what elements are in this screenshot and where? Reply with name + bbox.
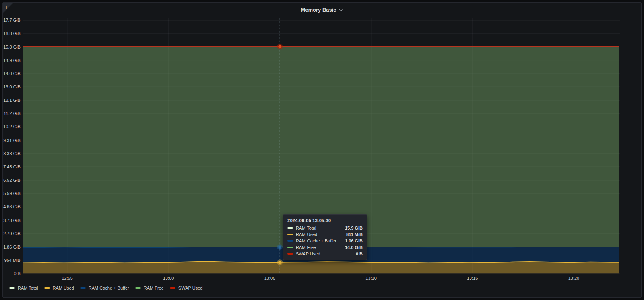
memory-basic-panel: i Memory Basic 17.7 GiB16.8 GiB15.8 GiB1… xyxy=(2,2,642,298)
y-axis-tick-label: 5.59 GiB xyxy=(3,191,21,196)
legend-color-swatch xyxy=(170,287,175,289)
legend: RAM TotalRAM UsedRAM Cache + BufferRAM F… xyxy=(9,284,202,292)
tooltip: 2024-06-05 13:05:30 RAM Total15.9 GiBRAM… xyxy=(283,214,367,260)
legend-item-ram-total[interactable]: RAM Total xyxy=(9,286,38,290)
y-axis-tick-label: 13.0 GiB xyxy=(3,84,21,89)
y-axis-tick-label: 14.9 GiB xyxy=(3,58,21,63)
y-axis-tick-label: 9.31 GiB xyxy=(3,138,21,143)
tooltip-row-ram-used: RAM Used811 MiB xyxy=(287,232,363,237)
ram-used-area xyxy=(23,261,619,273)
tooltip-row-ram-free: RAM Free14.0 GiB xyxy=(287,245,363,250)
x-axis-tick-label: 13:20 xyxy=(568,276,579,281)
y-axis-tick-label: 2.79 GiB xyxy=(3,231,21,236)
legend-color-swatch xyxy=(44,287,50,289)
y-axis-tick-label: 0 B xyxy=(14,271,20,276)
tooltip-series-name: RAM Used xyxy=(296,232,343,237)
tooltip-series-name: RAM Cache + Buffer xyxy=(296,238,342,243)
series-color-swatch xyxy=(287,227,293,229)
legend-item-ram-free[interactable]: RAM Free xyxy=(135,286,164,290)
hover-point-ram-used xyxy=(278,261,281,264)
x-axis-tick-label: 13:15 xyxy=(467,276,478,281)
series-color-swatch xyxy=(287,240,293,242)
x-axis-tick-label: 13:00 xyxy=(163,276,174,281)
tooltip-row-swap-used: SWAP Used0 B xyxy=(287,251,363,256)
y-axis-tick-label: 954 MiB xyxy=(4,258,21,263)
y-axis-tick-label: 14.0 GiB xyxy=(3,71,21,76)
hover-point-swap-used xyxy=(278,45,281,48)
legend-item-ram-used[interactable]: RAM Used xyxy=(44,286,74,290)
y-axis-tick-label: 6.52 GiB xyxy=(3,178,21,183)
series-color-swatch xyxy=(287,253,293,255)
legend-item-swap-used[interactable]: SWAP Used xyxy=(170,286,203,290)
x-axis-tick-label: 12:55 xyxy=(62,276,72,281)
y-axis-tick-label: 8.38 GiB xyxy=(3,151,21,156)
tooltip-series-value: 1.06 GiB xyxy=(345,238,363,243)
y-axis-tick-label: 15.8 GiB xyxy=(3,45,21,49)
legend-label: RAM Free xyxy=(144,286,164,290)
legend-color-swatch xyxy=(9,287,15,289)
tooltip-timestamp: 2024-06-05 13:05:30 xyxy=(287,218,363,223)
y-axis-tick-label: 1.86 GiB xyxy=(3,245,21,249)
tooltip-row-ram-total: RAM Total15.9 GiB xyxy=(287,226,363,230)
y-axis-tick-label: 11.2 GiB xyxy=(4,111,21,116)
y-axis-tick-label: 4.66 GiB xyxy=(3,204,21,209)
legend-label: SWAP Used xyxy=(178,286,203,290)
tooltip-series-name: SWAP Used xyxy=(296,251,353,256)
tooltip-series-value: 15.9 GiB xyxy=(345,226,363,230)
tooltip-series-name: RAM Total xyxy=(296,226,342,230)
tooltip-series-value: 14.0 GiB xyxy=(345,245,363,250)
legend-label: RAM Used xyxy=(53,286,74,290)
y-axis-tick-label: 3.73 GiB xyxy=(3,218,21,223)
y-axis-tick-label: 10.2 GiB xyxy=(3,124,21,129)
tooltip-series-value: 0 B xyxy=(356,251,363,256)
legend-color-swatch xyxy=(80,287,86,289)
tooltip-row-ram-cache-buffer: RAM Cache + Buffer1.06 GiB xyxy=(287,238,363,243)
y-axis-tick-label: 16.8 GiB xyxy=(3,31,21,36)
series-color-swatch xyxy=(287,247,293,248)
x-axis-tick-label: 13:10 xyxy=(365,276,376,281)
x-axis-tick-label: 13:05 xyxy=(264,276,275,281)
y-axis-tick-label: 7.45 GiB xyxy=(3,164,21,169)
y-axis-tick-label: 12.1 GiB xyxy=(3,98,21,103)
legend-label: RAM Cache + Buffer xyxy=(89,286,129,290)
legend-item-ram-cache-buffer[interactable]: RAM Cache + Buffer xyxy=(80,286,129,290)
series-color-swatch xyxy=(287,234,293,235)
legend-color-swatch xyxy=(135,287,141,289)
tooltip-series-value: 811 MiB xyxy=(346,232,363,237)
hover-point-ram-cache-buffer xyxy=(278,245,281,249)
tooltip-series-name: RAM Free xyxy=(296,245,342,250)
y-axis-tick-label: 17.7 GiB xyxy=(3,18,21,23)
legend-label: RAM Total xyxy=(18,286,38,290)
